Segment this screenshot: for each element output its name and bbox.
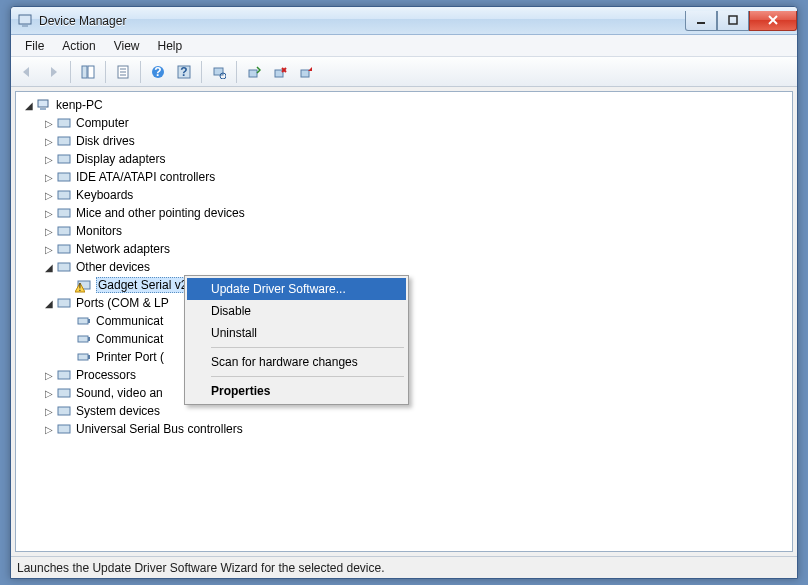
- help-button[interactable]: ?: [146, 60, 170, 84]
- expand-icon[interactable]: ▷: [42, 370, 56, 381]
- tree-node[interactable]: ▷Universal Serial Bus controllers: [18, 420, 790, 438]
- device-icon: [56, 133, 72, 149]
- uninstall-button[interactable]: [268, 60, 292, 84]
- app-icon: [17, 13, 33, 29]
- tree-node[interactable]: ▷Monitors: [18, 222, 790, 240]
- menubar: File Action View Help: [11, 35, 797, 57]
- collapse-icon[interactable]: ◢: [42, 298, 56, 309]
- device-icon: [56, 367, 72, 383]
- ctx-update-driver[interactable]: Update Driver Software...: [187, 278, 406, 300]
- scan-hardware-button[interactable]: [207, 60, 231, 84]
- twisty-blank: ·: [62, 334, 76, 345]
- device-icon: [76, 331, 92, 347]
- tree-node-label: Communicat: [96, 332, 163, 346]
- menu-action[interactable]: Action: [54, 37, 103, 55]
- expand-icon[interactable]: ▷: [42, 190, 56, 201]
- device-icon: [56, 187, 72, 203]
- tree-node[interactable]: ▷Keyboards: [18, 186, 790, 204]
- titlebar[interactable]: Device Manager: [11, 7, 797, 35]
- tree-node-label: Communicat: [96, 314, 163, 328]
- toolbar-separator: [201, 61, 202, 83]
- action-help-button[interactable]: ?: [172, 60, 196, 84]
- ctx-uninstall[interactable]: Uninstall: [187, 322, 406, 344]
- twisty-blank: ·: [62, 316, 76, 327]
- ctx-separator: [211, 376, 404, 377]
- expand-icon[interactable]: ▷: [42, 136, 56, 147]
- collapse-icon[interactable]: ◢: [42, 262, 56, 273]
- tree-node-label: IDE ATA/ATAPI controllers: [76, 170, 215, 184]
- tree-node-label: Mice and other pointing devices: [76, 206, 245, 220]
- device-icon: [56, 151, 72, 167]
- svg-rect-22: [301, 70, 309, 77]
- expand-icon[interactable]: ▷: [42, 208, 56, 219]
- collapse-icon[interactable]: ◢: [22, 100, 36, 111]
- ctx-properties[interactable]: Properties: [187, 380, 406, 402]
- svg-rect-26: [58, 137, 70, 145]
- tree-node-label: Processors: [76, 368, 136, 382]
- expand-icon[interactable]: ▷: [42, 118, 56, 129]
- device-icon: [56, 259, 72, 275]
- svg-rect-33: [58, 263, 70, 271]
- statusbar: Launches the Update Driver Software Wiza…: [11, 556, 797, 578]
- device-icon: [56, 295, 72, 311]
- expand-icon[interactable]: ▷: [42, 172, 56, 183]
- tree-node-label: kenp-PC: [56, 98, 103, 112]
- menu-file[interactable]: File: [17, 37, 52, 55]
- tree-node-label: Computer: [76, 116, 129, 130]
- svg-rect-31: [58, 227, 70, 235]
- svg-rect-25: [58, 119, 70, 127]
- tree-node[interactable]: ▷Mice and other pointing devices: [18, 204, 790, 222]
- tree-node-label: Network adapters: [76, 242, 170, 256]
- device-manager-window: Device Manager File Action View Help ? ?…: [10, 6, 798, 579]
- show-hide-tree-button[interactable]: [76, 60, 100, 84]
- device-icon: [56, 421, 72, 437]
- device-icon: [56, 115, 72, 131]
- tree-node-label: Other devices: [76, 260, 150, 274]
- nav-forward-button: [41, 60, 65, 84]
- ctx-disable[interactable]: Disable: [187, 300, 406, 322]
- svg-rect-38: [88, 319, 90, 323]
- tree-node[interactable]: ▷IDE ATA/ATAPI controllers: [18, 168, 790, 186]
- minimize-button[interactable]: [685, 11, 717, 31]
- update-driver-button[interactable]: [242, 60, 266, 84]
- twisty-blank: ·: [62, 352, 76, 363]
- device-icon: [56, 403, 72, 419]
- menu-help[interactable]: Help: [150, 37, 191, 55]
- svg-text:?: ?: [154, 65, 161, 79]
- tree-node[interactable]: ▷Computer: [18, 114, 790, 132]
- expand-icon[interactable]: ▷: [42, 424, 56, 435]
- nav-back-button: [15, 60, 39, 84]
- device-icon: [56, 205, 72, 221]
- window-controls: [685, 11, 797, 31]
- svg-text:!: !: [78, 283, 81, 293]
- properties-sheet-button[interactable]: [111, 60, 135, 84]
- expand-icon[interactable]: ▷: [42, 388, 56, 399]
- expand-icon[interactable]: ▷: [42, 154, 56, 165]
- warning-device-icon: !: [76, 277, 92, 293]
- device-icon: [56, 169, 72, 185]
- expand-icon[interactable]: ▷: [42, 226, 56, 237]
- svg-rect-43: [58, 371, 70, 379]
- tree-node-label: Monitors: [76, 224, 122, 238]
- disable-button[interactable]: [294, 60, 318, 84]
- context-menu: Update Driver Software... Disable Uninst…: [184, 275, 409, 405]
- svg-rect-27: [58, 155, 70, 163]
- ctx-scan-hardware[interactable]: Scan for hardware changes: [187, 351, 406, 373]
- ctx-separator: [211, 347, 404, 348]
- maximize-button[interactable]: [717, 11, 749, 31]
- expand-icon[interactable]: ▷: [42, 244, 56, 255]
- device-icon: [36, 97, 52, 113]
- tree-node-label: Keyboards: [76, 188, 133, 202]
- tree-node[interactable]: ◢kenp-PC: [18, 96, 790, 114]
- tree-node[interactable]: ◢Other devices: [18, 258, 790, 276]
- expand-icon[interactable]: ▷: [42, 406, 56, 417]
- tree-node[interactable]: ▷Disk drives: [18, 132, 790, 150]
- svg-rect-30: [58, 209, 70, 217]
- status-text: Launches the Update Driver Software Wiza…: [17, 561, 385, 575]
- tree-node[interactable]: ▷Network adapters: [18, 240, 790, 258]
- close-button[interactable]: [749, 11, 797, 31]
- tree-node[interactable]: ▷Display adapters: [18, 150, 790, 168]
- menu-view[interactable]: View: [106, 37, 148, 55]
- toolbar: ? ?: [11, 57, 797, 87]
- tree-node-label: Universal Serial Bus controllers: [76, 422, 243, 436]
